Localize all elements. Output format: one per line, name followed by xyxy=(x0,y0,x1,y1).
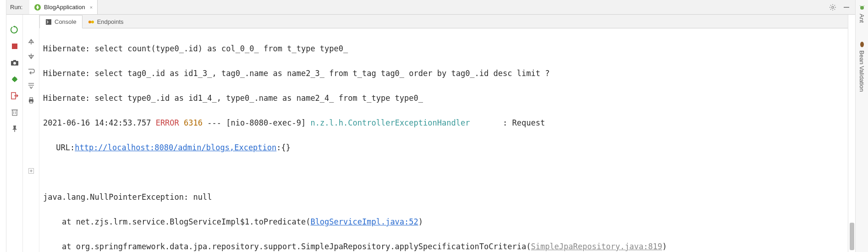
svg-line-39 xyxy=(863,5,864,7)
timestamp: 2021-06-16 14:42:53.757 xyxy=(43,118,151,127)
svg-rect-29 xyxy=(30,98,33,99)
tab-endpoints-label: Endpoints xyxy=(97,18,124,25)
scrollbar-thumb[interactable] xyxy=(850,223,854,250)
log-line: Hibernate: select count(type0_.id) as co… xyxy=(43,43,848,55)
ant-label: Ant xyxy=(858,14,865,23)
log-line: java.lang.NullPointerException: null xyxy=(43,191,848,203)
svg-point-36 xyxy=(91,21,94,23)
pin-icon[interactable] xyxy=(10,124,20,134)
bean-label: Bean Validation xyxy=(858,50,865,92)
arrow-up-icon[interactable] xyxy=(26,37,36,47)
pid: 6316 xyxy=(179,118,203,127)
svg-rect-34 xyxy=(46,19,51,25)
body-row: Console Endpoints Hibernate: select coun… xyxy=(6,15,855,252)
console-subtabs: Console Endpoints xyxy=(39,15,848,28)
source-link[interactable]: SimpleJpaRepository.java:819 xyxy=(531,242,662,251)
message-head: : Request xyxy=(470,118,545,127)
hide-toolwindow-icon[interactable] xyxy=(842,3,851,11)
svg-line-38 xyxy=(860,5,861,7)
log-blank xyxy=(43,166,848,179)
run-config-name: BlogApplication xyxy=(44,4,85,11)
log-line: 2021-06-16 14:42:53.757 ERROR 6316 --- [… xyxy=(43,117,848,129)
arrow-down-icon[interactable] xyxy=(26,51,36,61)
source-link[interactable]: BlogServiceImpl.java:52 xyxy=(310,217,418,226)
log-line: URL:http://localhost:8080/admin/blogs,Ex… xyxy=(43,142,848,154)
ant-tool-button[interactable]: Ant xyxy=(858,5,865,23)
tab-console-label: Console xyxy=(55,18,77,25)
svg-point-14 xyxy=(13,62,16,65)
gear-icon[interactable] xyxy=(829,3,837,11)
run-label: Run: xyxy=(6,4,29,11)
scroll-to-end-icon[interactable] xyxy=(26,81,36,91)
close-tab-button[interactable]: × xyxy=(90,5,93,10)
svg-rect-30 xyxy=(30,101,33,103)
thread: --- [nio-8080-exec-9] xyxy=(203,118,310,127)
left-gutter xyxy=(0,0,6,252)
svg-line-8 xyxy=(830,9,831,10)
log-line: Hibernate: select tag0_.id as id1_3_, ta… xyxy=(43,67,848,80)
right-tool-stripe: Ant Bean Validation xyxy=(855,0,868,252)
vertical-scrollbar[interactable] xyxy=(848,15,855,252)
url-label: URL: xyxy=(51,143,75,152)
url-tail: :{} xyxy=(276,143,291,152)
spring-boot-icon xyxy=(34,4,41,11)
svg-line-7 xyxy=(835,9,835,10)
console-icon xyxy=(45,19,52,25)
svg-line-6 xyxy=(830,5,831,6)
svg-point-1 xyxy=(832,6,834,8)
bean-validation-tool-button[interactable]: Bean Validation xyxy=(858,41,865,92)
run-toolbar xyxy=(6,15,23,252)
tab-console[interactable]: Console xyxy=(39,15,82,28)
camera-icon[interactable] xyxy=(10,58,20,68)
content-column: Console Endpoints Hibernate: select coun… xyxy=(39,15,848,252)
logger-class: n.z.l.h.ControllerExceptionHandler xyxy=(310,118,470,127)
svg-point-35 xyxy=(88,21,91,23)
console-output[interactable]: Hibernate: select count(type0_.id) as co… xyxy=(39,28,848,252)
console-toolbar xyxy=(23,15,39,252)
ant-icon xyxy=(859,5,865,11)
svg-rect-10 xyxy=(844,7,849,8)
toolwindow-actions xyxy=(829,3,855,11)
endpoints-icon xyxy=(88,19,94,25)
main-column: Run: BlogApplication × xyxy=(6,0,855,252)
rerun-icon[interactable] xyxy=(10,25,20,35)
svg-point-40 xyxy=(860,42,864,47)
stop-icon[interactable] xyxy=(10,41,20,51)
rerun-debug-icon[interactable] xyxy=(10,74,20,84)
svg-line-9 xyxy=(835,5,835,6)
tab-endpoints[interactable]: Endpoints xyxy=(82,16,129,28)
soft-wrap-icon[interactable] xyxy=(26,66,36,76)
log-line: Hibernate: select type0_.id as id1_4_, t… xyxy=(43,92,848,104)
log-level: ERROR xyxy=(151,118,179,127)
expand-gutter-icon[interactable] xyxy=(26,166,36,176)
svg-rect-19 xyxy=(12,110,17,115)
stack-line: at net.zjs.lrm.service.BlogServiceImpl$1… xyxy=(43,216,848,228)
run-toolwindow: Run: BlogApplication × xyxy=(0,0,868,252)
stack-line: at org.springframework.data.jpa.reposito… xyxy=(43,241,848,252)
trash-icon[interactable] xyxy=(10,107,20,117)
run-header: Run: BlogApplication × xyxy=(6,0,855,15)
console-lines: Hibernate: select count(type0_.id) as co… xyxy=(43,30,848,252)
url-link[interactable]: http://localhost:8080/admin/blogs,Except… xyxy=(75,143,276,152)
exit-icon[interactable] xyxy=(10,91,20,101)
bean-icon xyxy=(859,41,865,48)
svg-rect-11 xyxy=(12,44,17,49)
print-icon[interactable] xyxy=(26,95,36,105)
svg-rect-13 xyxy=(13,60,16,61)
run-config-tab[interactable]: BlogApplication × xyxy=(29,0,98,14)
